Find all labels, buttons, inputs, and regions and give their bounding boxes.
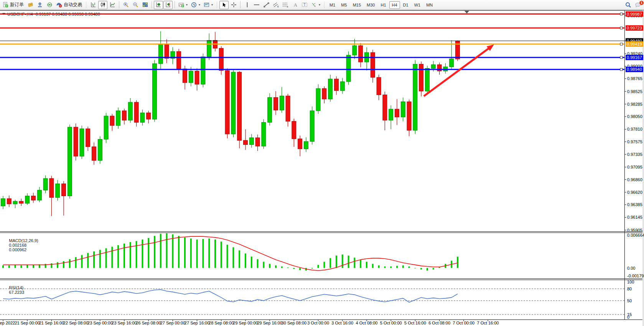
timeframe-h1-button[interactable]: H1 (378, 1, 389, 9)
chart-shift-marker[interactable] (464, 11, 469, 14)
clock-icon (191, 2, 197, 8)
toolbar-separator (119, 1, 119, 8)
svg-text:A: A (293, 2, 297, 8)
svg-text:80: 80 (627, 287, 632, 291)
trendline-icon (264, 2, 269, 8)
new-order-button[interactable]: 新订单 (1, 1, 25, 9)
price-badge-0.99419: 0.99419 (626, 41, 643, 47)
toolbar-drag-handle (324, 2, 325, 8)
horizontal-line-0.99723[interactable] (0, 27, 625, 29)
price-chart-canvas[interactable]: 0.999550.994800.992400.990000.987650.985… (0, 0, 644, 326)
notifications-button[interactable]: 1 (633, 1, 643, 9)
zoom-out-button[interactable] (131, 1, 140, 9)
templates-dropdown-arrow[interactable]: ▾ (211, 3, 213, 7)
crosshair-button[interactable] (229, 1, 238, 9)
profile-icon (37, 2, 43, 8)
svg-text:3 Oct 16:00: 3 Oct 16:00 (331, 321, 353, 325)
timeframe-m5-button[interactable]: M5 (338, 1, 349, 9)
application-window: 新订单 自动交 (0, 0, 644, 326)
text-button[interactable]: A (290, 1, 300, 9)
timeframe-mn-button[interactable]: MN (423, 1, 435, 9)
svg-text:0.97575: 0.97575 (627, 139, 642, 144)
macd-signal-value: 0.000962 (9, 247, 26, 252)
search-button[interactable] (624, 1, 633, 9)
vertical-line-button[interactable] (242, 1, 252, 9)
toolbar-separator (175, 1, 175, 8)
timeframe-m15-button[interactable]: M15 (350, 1, 364, 9)
chart-area[interactable]: USDCHF-,H4 0.99137 0.99488 0.99098 0.994… (0, 0, 644, 326)
auto-scroll-button[interactable] (154, 1, 163, 9)
tile-windows-button[interactable] (140, 1, 150, 9)
autotrading-button[interactable]: 自动交易 (54, 1, 84, 9)
autotrading-label: 自动交易 (64, 2, 82, 8)
trendline-button[interactable] (262, 1, 271, 9)
horizontal-line-0.99167[interactable] (0, 56, 625, 59)
svg-text:0.99480: 0.99480 (627, 39, 642, 43)
candlestick-chart-button[interactable] (98, 1, 107, 9)
svg-text:0.96620: 0.96620 (627, 190, 642, 195)
toolbar-separator (152, 1, 152, 8)
svg-text:0.99480: 0.99480 (627, 39, 642, 43)
timeframe-m1-button[interactable]: M1 (327, 1, 338, 9)
profiles-button[interactable] (35, 1, 44, 9)
price-badge-0.99167: 0.99167 (626, 55, 643, 60)
collapse-triangle-icon[interactable] (2, 13, 5, 16)
svg-text:0.99167: 0.99167 (627, 55, 642, 60)
timeframe-h4-button[interactable]: H4 (389, 1, 400, 9)
fibonacci-button[interactable]: F (281, 1, 290, 9)
svg-text:0.98050: 0.98050 (627, 114, 642, 119)
svg-text:0.95905: 0.95905 (627, 228, 642, 233)
periods-button[interactable]: ▾ (189, 1, 202, 9)
periods-dropdown-arrow[interactable]: ▾ (199, 3, 200, 7)
search-icon (625, 2, 631, 8)
svg-text:0.98285: 0.98285 (627, 102, 642, 106)
arrows-dropdown-arrow[interactable]: ▾ (319, 3, 320, 7)
indicators-icon (178, 2, 184, 8)
horizontal-line-button[interactable] (252, 1, 261, 9)
svg-text:27 Sep 00:00: 27 Sep 00:00 (160, 321, 185, 325)
horizontal-line-0.98940[interactable] (0, 68, 625, 70)
template-icon (204, 2, 209, 8)
candlestick-chart-icon (100, 2, 106, 8)
tile-windows-icon (142, 2, 148, 8)
equidistant-channel-button[interactable]: E (271, 1, 280, 9)
timeframe-w1-button[interactable]: W1 (412, 1, 423, 9)
line-chart-button[interactable] (108, 1, 117, 9)
new-order-label: 新订单 (10, 2, 24, 8)
svg-text:0.99419: 0.99419 (627, 42, 642, 46)
line-chart-icon (110, 2, 115, 8)
zoom-in-icon (123, 2, 129, 8)
svg-text:21 Sep 00:00: 21 Sep 00:00 (15, 321, 40, 325)
price-badge-0.99480: 0.99480 (626, 38, 643, 44)
chart-symbol-period: USDCHF-,H4 (7, 12, 33, 16)
trend-arrow-annotation[interactable] (424, 44, 494, 96)
svg-text:0.98765: 0.98765 (627, 76, 642, 81)
bar-chart-icon (91, 2, 96, 8)
macd-indicator-label: MACD(12,26,9) 0.002168 0.000962 (2, 234, 38, 257)
autotrading-icon (56, 2, 62, 8)
indicators-button[interactable]: ▾ (177, 1, 189, 9)
cursor-button[interactable] (219, 1, 229, 9)
horizontal-line-icon (254, 2, 260, 8)
text-label-button[interactable]: T (300, 1, 309, 9)
rsi-indicator-label: RSI(14) 67.2233 (2, 281, 24, 299)
price-axis: 0.999550.994800.992400.990000.987650.985… (625, 13, 642, 233)
indicators-dropdown-arrow[interactable]: ▾ (186, 3, 188, 7)
macd-main-value: 0.002168 (9, 243, 26, 247)
arrows-button[interactable]: ▾ (310, 1, 322, 9)
timeframe-m30-button[interactable]: M30 (364, 1, 377, 9)
charts-button[interactable] (26, 1, 35, 9)
svg-text:0.97335: 0.97335 (627, 152, 642, 157)
svg-text:0.96385: 0.96385 (627, 202, 642, 207)
chart-shift-button[interactable] (163, 1, 173, 9)
svg-text:0.99000: 0.99000 (627, 64, 642, 69)
templates-button[interactable]: ▾ (202, 1, 214, 9)
bar-chart-button[interactable] (89, 1, 98, 9)
zoom-in-button[interactable] (121, 1, 130, 9)
macd-name: MACD(12,26,9) (9, 238, 38, 243)
toolbar-separator (240, 1, 240, 8)
equidistant-channel-icon: E (273, 2, 279, 8)
horizontal-line-0.99419[interactable] (0, 43, 625, 45)
webcast-button[interactable] (45, 1, 54, 9)
timeframe-d1-button[interactable]: D1 (400, 1, 411, 9)
